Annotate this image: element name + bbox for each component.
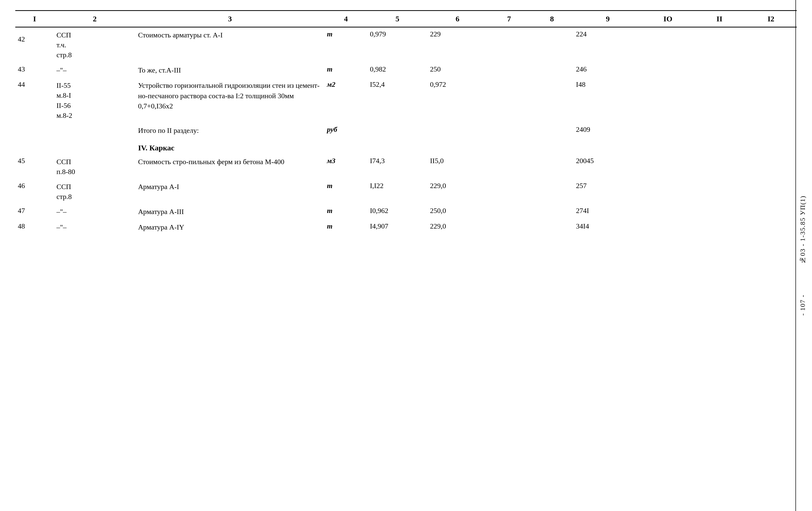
row-col7-cell [488,63,531,78]
row-ref-cell: –"– [54,204,136,220]
row-col12-cell [745,27,797,63]
col-header-12: I2 [745,11,797,27]
col-header-10: IO [642,11,694,27]
row-col8-cell [530,123,573,139]
side-text-panel: №03 - 1-35.85 УП(1) - 107 - [795,0,809,511]
row-num-cell [15,139,54,154]
row-col6-cell: II5,0 [428,154,488,179]
row-desc-cell: То же, ст.А-III [136,63,324,78]
row-col9-cell: 246 [573,63,642,78]
row-desc-cell: Арматура А-III [136,204,324,220]
row-col12-cell [745,78,797,123]
table-row: 47 –"– Арматура А-III т I0,962 250,0 274… [15,204,797,220]
table-row: 44 II-55м.8-III-56м.8-2 Устройство гориз… [15,78,797,123]
row-col10-cell [642,179,694,204]
row-col5-cell [368,123,428,139]
row-unit-cell: т [324,63,368,78]
row-num-cell [15,123,54,139]
row-ref-cell [54,123,136,139]
row-col10-cell [642,78,694,123]
row-col12-cell [745,179,797,204]
row-col11-cell [694,63,745,78]
row-desc-cell: Устройство горизонтальной гидроизоляции … [136,78,324,123]
table-row: Итого по II разделу: руб 2409 [15,123,797,139]
table-header: I 2 3 4 5 6 7 8 9 IO II I2 [15,11,797,27]
row-col10-cell [642,204,694,220]
main-table: I 2 3 4 5 6 7 8 9 IO II I2 42 ССПт.ч.стр… [15,10,797,235]
row-col11-cell [694,123,745,139]
table-row: 48 –"– Арматура А-IY т I4,907 229,0 34I4 [15,220,797,235]
row-unit-cell: м3 [324,154,368,179]
row-col7-cell [488,123,531,139]
row-col10-cell [642,63,694,78]
row-col11-cell [694,27,745,63]
col-header-9: 9 [573,11,642,27]
row-col5-cell: I52,4 [368,78,428,123]
col-header-4: 4 [324,11,368,27]
row-col5-cell: I74,3 [368,154,428,179]
row-num-cell: 42 [15,27,54,63]
row-ref-cell: –"– [54,220,136,235]
col-header-3: 3 [136,11,324,27]
row-ref-cell: ССПстр.8 [54,179,136,204]
side-text-bottom: - 107 - [799,295,807,315]
row-unit-cell: м2 [324,78,368,123]
row-col8-cell [530,179,573,204]
row-desc-cell: Арматура А-I [136,179,324,204]
row-col10-cell [642,27,694,63]
row-col6-cell [428,123,488,139]
row-col7-cell [488,220,531,235]
row-col6-cell: 229,0 [428,179,488,204]
row-col8-cell [530,154,573,179]
col-header-1: I [15,11,54,27]
row-col12-cell [745,63,797,78]
row-col5-cell: I4,907 [368,220,428,235]
row-col12-cell [745,154,797,179]
row-col6-cell: 250 [428,63,488,78]
row-col12-cell [745,123,797,139]
table-row: IV. Каркас [15,139,797,154]
page-wrapper: I 2 3 4 5 6 7 8 9 IO II I2 42 ССПт.ч.стр… [0,0,812,511]
row-col8-cell [530,78,573,123]
row-col7-cell [488,204,531,220]
row-col6-cell: 229,0 [428,220,488,235]
row-ref-cell: –"– [54,63,136,78]
row-col8-cell [530,204,573,220]
row-col12-cell [745,220,797,235]
col-header-6: 6 [428,11,488,27]
row-col8-cell [530,63,573,78]
col-header-8: 8 [530,11,573,27]
row-col6-cell: 229 [428,27,488,63]
row-desc-cell: Итого по II разделу: [136,123,324,139]
row-col7-cell [488,27,531,63]
table-row: 45 ССПп.8-80 Стоимость стро-пильных ферм… [15,154,797,179]
row-col10-cell [642,220,694,235]
row-col11-cell [694,220,745,235]
row-col10-cell [642,123,694,139]
row-unit-cell: т [324,27,368,63]
row-num-cell: 44 [15,78,54,123]
row-num-cell: 45 [15,154,54,179]
row-col8-cell [530,220,573,235]
row-col5-cell: 0,979 [368,27,428,63]
row-col11-cell [694,154,745,179]
row-col9-cell: 224 [573,27,642,63]
section-header-cell: IV. Каркас [136,139,797,154]
row-ref-cell: ССПп.8-80 [54,154,136,179]
row-unit-cell: т [324,220,368,235]
row-desc-cell: Стоимость стро-пильных ферм из бетона М-… [136,154,324,179]
row-col7-cell [488,154,531,179]
row-unit-cell: руб [324,123,368,139]
row-ref-cell: II-55м.8-III-56м.8-2 [54,78,136,123]
row-col8-cell [530,27,573,63]
table-row: 43 –"– То же, ст.А-III т 0,982 250 246 [15,63,797,78]
row-col11-cell [694,179,745,204]
row-col11-cell [694,204,745,220]
row-num-cell: 48 [15,220,54,235]
row-col9-cell: 20045 [573,154,642,179]
row-col10-cell [642,154,694,179]
col-header-5: 5 [368,11,428,27]
row-num-cell: 46 [15,179,54,204]
col-header-7: 7 [488,11,531,27]
row-num-cell: 47 [15,204,54,220]
